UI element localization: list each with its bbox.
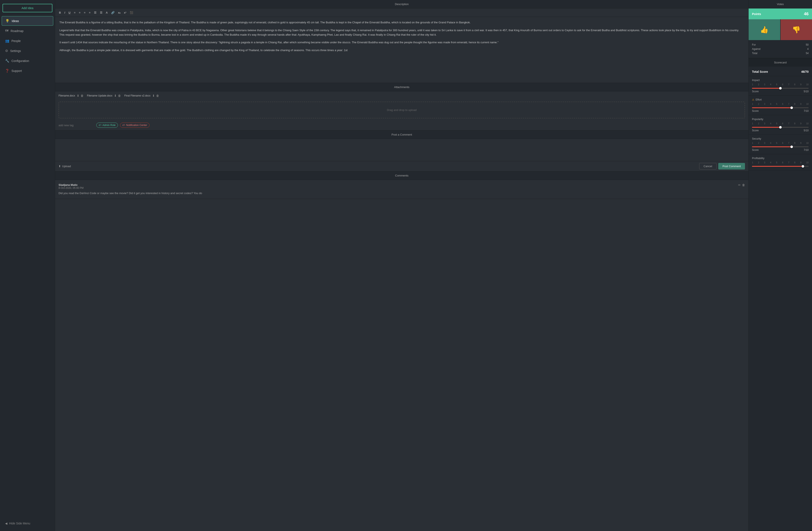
attachment-filename-2: Filename Update.docx	[87, 94, 112, 97]
slider-track-0[interactable]	[752, 88, 809, 89]
sidebar-item-ideas-label: Ideas	[12, 19, 19, 23]
vote-up-button[interactable]: 👍	[749, 19, 780, 40]
sidebar-item-support[interactable]: ❓ Support	[2, 66, 53, 75]
slider-labels-3: 12345678910	[752, 142, 809, 144]
attachment-3-icons: ⬇ 🗑	[152, 94, 159, 97]
attachment-item-3: Final Filename v2.docx ⬇ 🗑	[124, 94, 159, 97]
subscript-button[interactable]: x₂	[117, 10, 122, 15]
sidebar-item-ideas[interactable]: 💡 Ideas	[2, 16, 53, 26]
total-stat-row: Total 54	[752, 51, 809, 55]
attachment-2-download-icon[interactable]: ⬇	[114, 94, 117, 97]
sidebar-item-settings[interactable]: ⚙ Settings	[2, 46, 53, 55]
right-panel: Votes Points 46 👍 👎 For 50 Against 4	[749, 0, 812, 531]
against-stat-row: Against 4	[752, 47, 809, 51]
comment-1-delete-icon[interactable]: 🗑	[742, 183, 745, 187]
slider-labels-4: 12345678910	[752, 161, 809, 164]
slider-track-1[interactable]	[752, 107, 809, 108]
slider-thumb-0	[779, 87, 782, 89]
category-label-1: ⚠ Effort	[752, 98, 809, 101]
attachment-list: Filename.docx ⬇ 🗑 Filename Update.docx ⬇…	[55, 91, 749, 100]
tag-notification-center[interactable]: 🏷 Notification Center	[120, 123, 149, 128]
score-category-profitability: Profitability 12345678910	[749, 154, 812, 171]
comment-1-icons: ✏ 🗑	[738, 183, 745, 187]
scorecard-section: Scorecard Total Score 46/70 Impact 12345…	[749, 58, 812, 171]
slider-labels-2: 12345678910	[752, 123, 809, 125]
align-center-button[interactable]: ≡	[77, 10, 82, 15]
people-icon: 👥	[5, 39, 9, 43]
slider-track-3[interactable]	[752, 146, 809, 147]
sidebar: Add Idea 💡 Ideas 🗺 Roadmap 👥 People ⚙ Se…	[0, 0, 55, 531]
italic-button[interactable]: I	[63, 10, 67, 15]
superscript-button[interactable]: x¹	[122, 10, 128, 15]
media-button[interactable]: ⬛	[129, 10, 134, 15]
attachment-1-delete-icon[interactable]: 🗑	[81, 94, 84, 97]
post-comment-section: Post a Comment ⬆ Upload Cancel Post Comm…	[55, 130, 749, 171]
comment-1-edit-icon[interactable]: ✏	[738, 183, 741, 187]
link-button[interactable]: 🔗	[110, 10, 116, 15]
tag-input[interactable]	[59, 124, 94, 127]
align-left-button[interactable]: ≡	[73, 10, 77, 15]
for-label: For	[752, 43, 756, 46]
points-bar: Points 46	[749, 9, 812, 19]
sidebar-item-people[interactable]: 👥 People	[2, 36, 53, 45]
category-label-4: Profitability	[752, 157, 809, 160]
align-right-button[interactable]: ≡	[83, 10, 87, 15]
ordered-list-button[interactable]: ☰	[99, 10, 104, 15]
roadmap-icon: 🗺	[5, 29, 9, 33]
bold-button[interactable]: B	[58, 10, 62, 15]
support-icon: ❓	[5, 69, 9, 73]
slider-thumb-4	[802, 165, 804, 168]
attachment-filename-1: Filename.docx	[59, 94, 75, 97]
attachment-item-1: Filename.docx ⬇ 🗑	[59, 94, 84, 97]
total-label: Total	[752, 52, 757, 55]
score-value-row-1: Score 7/10	[752, 110, 809, 112]
content-area: Description B I U ≡ ≡ ≡ ≡ ☰ ☰ A 🔗 x₂ x¹ …	[55, 0, 812, 531]
score-category-effort: ⚠ Effort 12345678910 Score 7/10	[749, 96, 812, 115]
upload-button[interactable]: ⬆ Upload	[59, 164, 71, 168]
attachment-1-download-icon[interactable]: ⬇	[77, 94, 79, 97]
hide-side-menu-button[interactable]: ◀ Hide Side Menu	[2, 519, 53, 527]
list-button[interactable]: ☰	[93, 10, 98, 15]
slider-fill-4	[752, 166, 803, 167]
score-value-row-0: Score 5/10	[752, 90, 809, 93]
slider-labels-0: 12345678910	[752, 83, 809, 86]
sidebar-item-support-label: Support	[12, 69, 22, 73]
ideas-icon: 💡	[5, 19, 10, 23]
align-justify-button[interactable]: ≡	[88, 10, 92, 15]
vote-down-button[interactable]: 👎	[781, 19, 812, 40]
center-panel: Description B I U ≡ ≡ ≡ ≡ ☰ ☰ A 🔗 x₂ x¹ …	[55, 0, 749, 531]
comment-author-1: Sladjana Matic	[59, 183, 84, 186]
against-value: 4	[807, 47, 809, 51]
score-category-security: Security 12345678910 Score 7/10	[749, 135, 812, 154]
attachments-section: Attachments Filename.docx ⬇ 🗑 Filename U…	[55, 83, 749, 118]
add-idea-button[interactable]: Add Idea	[2, 4, 53, 12]
score-category-popularity: Popularity 12345678910 Score 5/10	[749, 115, 812, 135]
comment-textarea[interactable]	[55, 139, 749, 160]
scorecard-categories: Impact 12345678910 Score 5/10 ⚠ Effort 1…	[749, 76, 812, 171]
post-comment-button[interactable]: Post Comment	[718, 163, 745, 170]
score-value-row-2: Score 5/10	[752, 129, 809, 132]
points-value: 46	[804, 12, 809, 16]
slider-track-4[interactable]	[752, 166, 809, 167]
sidebar-item-configuration-label: Configuration	[12, 59, 29, 62]
description-header: Description	[55, 0, 749, 9]
tags-section: 🏷 Admin Role 🏷 Notification Center	[55, 120, 749, 130]
attachment-2-delete-icon[interactable]: 🗑	[118, 94, 121, 97]
underline-button[interactable]: U	[67, 10, 72, 15]
drop-zone[interactable]: Drag and drop to upload	[59, 102, 745, 118]
font-color-button[interactable]: A	[104, 10, 109, 15]
attachment-1-icons: ⬇ 🗑	[77, 94, 84, 97]
tag-icon-admin: 🏷	[99, 124, 101, 127]
attachment-3-delete-icon[interactable]: 🗑	[156, 94, 159, 97]
description-content[interactable]: The Emerald Buddha is a figurine of a si…	[55, 17, 749, 81]
slider-track-2[interactable]	[752, 127, 809, 128]
tag-admin-role[interactable]: 🏷 Admin Role	[96, 123, 118, 128]
attachment-3-download-icon[interactable]: ⬇	[152, 94, 155, 97]
sidebar-item-configuration[interactable]: 🔧 Configuration	[2, 56, 53, 65]
sidebar-item-roadmap[interactable]: 🗺 Roadmap	[2, 27, 53, 35]
description-para-3: It wasn't until 1434 that sources indica…	[59, 40, 744, 45]
slider-thumb-3	[791, 145, 793, 148]
slider-labels-1: 12345678910	[752, 103, 809, 105]
comments-list-header: Comments	[55, 171, 749, 180]
cancel-button[interactable]: Cancel	[699, 163, 716, 170]
